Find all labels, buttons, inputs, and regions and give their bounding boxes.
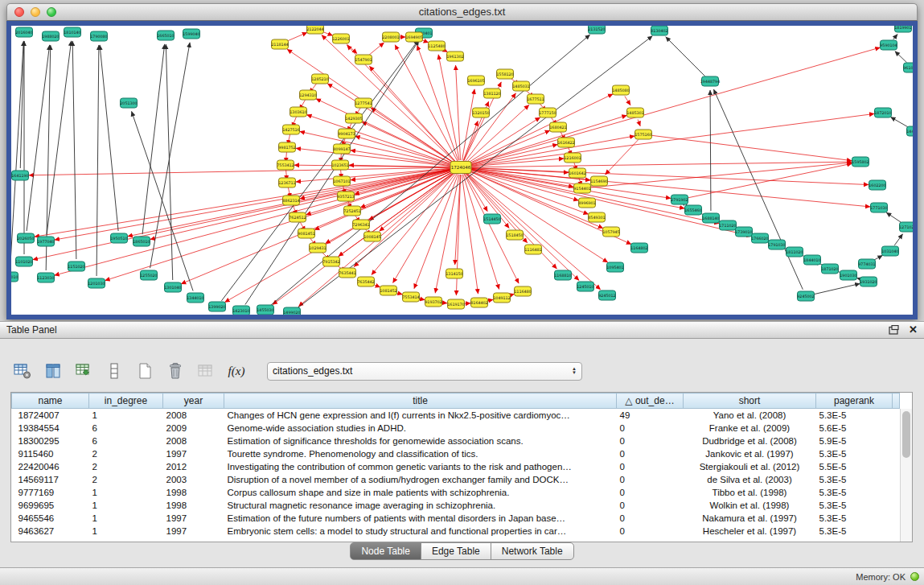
graph-node[interactable]: 1008145	[363, 232, 380, 241]
network-canvas[interactable]: 1724046201604019880201810140179008016650…	[11, 26, 913, 315]
column-header-in_degree[interactable]: in_degree	[89, 393, 163, 409]
graph-node[interactable]: 1067101	[333, 176, 350, 186]
graph-node[interactable]: 8549301	[588, 212, 605, 222]
graph-node[interactable]: 7553414	[402, 292, 419, 302]
graph-node[interactable]: 1518450	[506, 230, 523, 240]
graph-node[interactable]: 9774031	[858, 259, 875, 269]
graph-node[interactable]: 1871020	[821, 264, 838, 274]
tab-node-table[interactable]: Node Table	[350, 542, 421, 560]
graph-node[interactable]: 1057945	[602, 227, 619, 237]
graph-node[interactable]: 1123030	[37, 273, 54, 282]
table-row[interactable]: 911546021997Tourette syndrome. Phenomeno…	[12, 447, 900, 460]
graph-node[interactable]: 7635442	[357, 277, 374, 286]
table-row[interactable]: 1830029562008Estimation of significance …	[12, 435, 900, 447]
graph-node[interactable]: 1616422	[557, 138, 574, 147]
graph-node[interactable]: 1399020	[208, 302, 225, 311]
graph-node[interactable]: 1216001	[564, 153, 581, 163]
graph-node[interactable]: 1429305	[345, 113, 362, 123]
graph-node[interactable]: 1791030	[768, 240, 785, 249]
graph-node[interactable]: 1599040	[183, 29, 199, 39]
graph-node[interactable]: 8862314	[282, 196, 299, 205]
graph-node[interactable]: 1777150	[539, 108, 556, 117]
graph-node[interactable]: 1277541	[355, 98, 372, 108]
table-row[interactable]: 1456911722003Disruption of a novel membe…	[12, 473, 900, 486]
graph-node[interactable]: 2122044	[306, 26, 323, 34]
graph-node[interactable]: 1499020	[283, 307, 300, 315]
graph-node[interactable]: 1931020	[860, 277, 877, 286]
graph-node[interactable]: 9245012	[598, 290, 615, 300]
graph-node[interactable]: 1441020	[906, 126, 913, 136]
graph-node[interactable]: 1245010	[577, 282, 593, 291]
table-row[interactable]: 946362711997Embryonic stem cells: a mode…	[12, 525, 900, 538]
graph-node[interactable]: 9193702	[425, 297, 441, 307]
table-row[interactable]: 1872400712008Changes of HCN gene express…	[12, 409, 900, 422]
graph-node[interactable]: 1766020	[751, 233, 768, 243]
graph-node[interactable]: 1694905	[405, 32, 422, 42]
graph-node[interactable]: 1095401	[606, 262, 623, 272]
graph-node[interactable]: 1081452	[380, 286, 396, 295]
graph-node[interactable]: 1381120	[483, 89, 500, 98]
column-options-icon[interactable]	[42, 360, 64, 382]
float-panel-icon[interactable]	[889, 325, 899, 335]
table-selector[interactable]: citations_edges.txt ▲▼	[267, 362, 582, 381]
graph-node[interactable]: 9245002	[797, 291, 814, 301]
graph-node[interactable]: 1790080	[90, 31, 107, 41]
graph-node[interactable]: 1711020	[719, 220, 736, 230]
graph-node[interactable]: 1961302	[446, 51, 463, 61]
graph-node[interactable]: 9590104	[880, 40, 897, 50]
graph-node[interactable]: 1558120	[496, 69, 513, 79]
graph-node[interactable]: 1514450	[483, 214, 500, 224]
graph-node[interactable]: 1655460	[684, 205, 701, 215]
graph-node[interactable]: 1602200	[869, 180, 885, 190]
graph-node[interactable]: 1226001	[332, 34, 349, 43]
graph-node[interactable]: 1811020	[786, 247, 803, 257]
table-vertical-scrollbar[interactable]	[900, 409, 912, 542]
column-header-name[interactable]: name	[12, 393, 89, 409]
graph-node[interactable]: 1485031	[512, 81, 529, 91]
graph-node[interactable]: 1303610	[290, 107, 306, 117]
graph-node[interactable]: 9904173	[338, 129, 355, 138]
close-window-button[interactable]	[14, 7, 24, 17]
graph-node[interactable]: 1168810	[554, 270, 571, 280]
graph-node[interactable]: 2791902	[671, 195, 688, 204]
graph-node[interactable]: 1271020	[899, 222, 913, 232]
graph-node[interactable]: 8164402	[470, 298, 487, 307]
graph-node[interactable]: 1031040	[881, 246, 898, 256]
graph-node[interactable]: 7553412	[277, 160, 294, 170]
graph-node[interactable]: 1029431	[309, 243, 326, 253]
graph-node[interactable]: 8099147	[333, 144, 350, 154]
graph-node[interactable]: 1023651	[331, 160, 348, 170]
graph-node[interactable]: 1301040	[164, 282, 181, 292]
graph-node[interactable]: 7915342	[322, 257, 339, 266]
zoom-window-button[interactable]	[47, 7, 56, 17]
graph-node[interactable]: 1116480	[514, 286, 531, 296]
graph-node[interactable]: 8130402	[651, 26, 667, 35]
graph-node[interactable]: 9154401	[573, 183, 590, 193]
graph-node[interactable]: 1601642	[569, 168, 585, 178]
graph-node[interactable]: 2131520	[588, 26, 605, 34]
function-builder-icon[interactable]: f(x)	[225, 360, 248, 382]
graph-node[interactable]: 2016040	[15, 27, 32, 37]
graph-node[interactable]: 7624512	[289, 212, 306, 222]
graph-node[interactable]: 1696105	[467, 76, 484, 85]
graph-node[interactable]: 1872010	[874, 108, 891, 117]
graph-node[interactable]: 1285210	[311, 74, 328, 84]
graph-node[interactable]: 1485080	[612, 85, 629, 95]
graph-node[interactable]: 1423010	[232, 306, 249, 315]
graph-node[interactable]: 1049112	[493, 293, 510, 303]
graph-node[interactable]: 9981752	[278, 142, 295, 152]
graph-node[interactable]: 1665010	[157, 31, 174, 40]
graph-node[interactable]: 1575160	[634, 130, 651, 139]
graph-node[interactable]: 1427516	[282, 125, 299, 134]
graph-node[interactable]: 1314150	[446, 269, 462, 278]
graph-node[interactable]: 1547901	[355, 55, 372, 64]
graph-node[interactable]: 9357213	[337, 192, 354, 201]
graph-node[interactable]: 1595802	[852, 157, 869, 167]
graph-node[interactable]: 1151020	[68, 262, 84, 271]
graph-node[interactable]: 1680421	[549, 122, 566, 132]
graph-node[interactable]: 1236711	[278, 178, 295, 187]
graph-node[interactable]: 1724046	[450, 162, 471, 174]
graph-node[interactable]: 1164802	[630, 243, 647, 253]
column-header-out_de[interactable]: △ out_de…	[617, 393, 684, 409]
table-options-icon[interactable]	[11, 360, 34, 382]
